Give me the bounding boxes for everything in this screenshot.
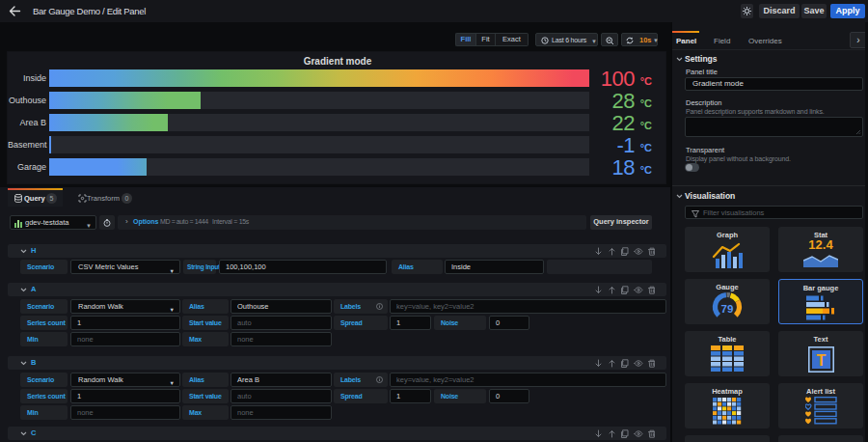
svg-text:79: 79	[721, 303, 734, 315]
svg-text:T: T	[817, 352, 827, 369]
